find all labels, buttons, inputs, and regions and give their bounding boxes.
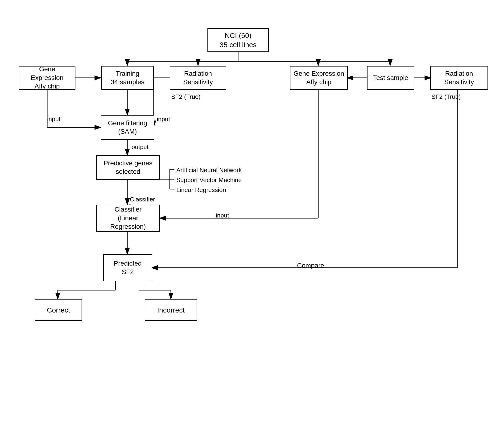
lr-label: Linear Regression	[176, 186, 226, 194]
ann-label: Artificial Neural Network	[176, 166, 242, 174]
sf2-true-test-label: SF2 (True)	[431, 93, 461, 100]
nci-box: NCI (60) 35 cell lines	[207, 28, 269, 52]
gene-expr-test-box: Gene ExpressionAffy chip	[290, 66, 348, 90]
rad-sens-test-box: RadiationSensitivity	[430, 66, 488, 90]
rad-sens-train-box: RadiationSensitivity	[170, 66, 226, 90]
predictive-genes-box: Predictive genesselected	[96, 155, 160, 180]
arrows-svg	[0, 0, 504, 438]
compare-label: Compare	[297, 262, 324, 269]
output-label: output	[131, 143, 149, 151]
diagram: NCI (60) 35 cell lines Gene ExpressionAf…	[0, 0, 504, 438]
predicted-sf2-box: PredictedSF2	[103, 254, 152, 281]
training-box: Training34 samples	[101, 66, 154, 90]
classifier-box: Classifier(Linear Regression)	[96, 205, 160, 232]
correct-box: Correct	[35, 299, 82, 321]
sf2-true-train-label: SF2 (True)	[171, 93, 201, 100]
gene-filtering-box: Gene filtering(SAM)	[101, 115, 154, 140]
input-label-2: input	[157, 116, 170, 123]
input-label-3: input	[216, 212, 229, 219]
svm-label: Support Vector Machine	[176, 176, 242, 184]
input-label-1: input	[47, 116, 60, 123]
test-sample-box: Test sample	[367, 66, 414, 90]
incorrect-box: Incorrect	[145, 299, 197, 321]
gene-expr-train-box: Gene ExpressionAffy chip	[19, 66, 75, 90]
